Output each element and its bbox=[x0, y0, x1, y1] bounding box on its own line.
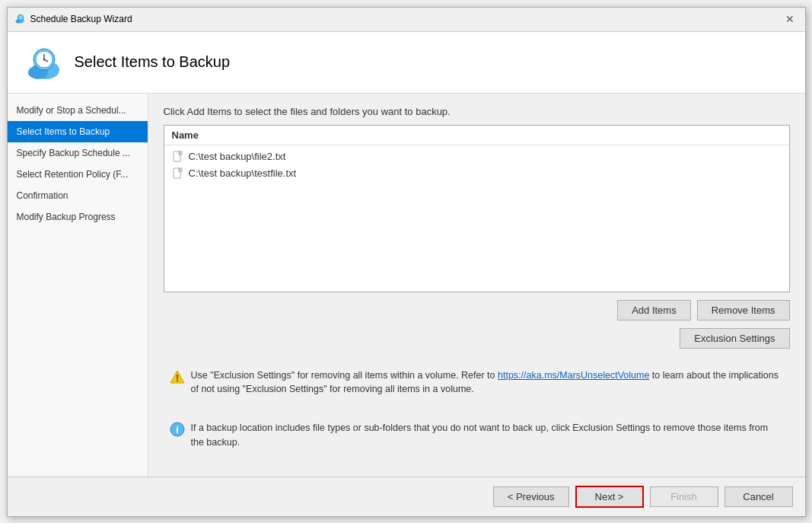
warning-link[interactable]: https://aka.ms/MarsUnselectVolume bbox=[498, 370, 649, 381]
info-icon: i bbox=[170, 422, 185, 437]
exclusion-settings-button[interactable]: Exclusion Settings bbox=[680, 328, 789, 349]
sidebar-item[interactable]: Select Items to Backup bbox=[8, 121, 148, 142]
titlebar-title: Schedule Backup Wizard bbox=[30, 14, 781, 24]
sidebar: Modify or Stop a Schedul...Select Items … bbox=[8, 94, 148, 477]
sidebar-item[interactable]: Select Retention Policy (F... bbox=[8, 164, 148, 185]
warning-text: Use "Exclusion Settings" for removing al… bbox=[191, 368, 784, 397]
close-button[interactable]: ✕ bbox=[781, 10, 799, 28]
file-list-header: Name bbox=[164, 126, 789, 145]
file-row: C:\test backup\file2.txt bbox=[164, 148, 789, 165]
file-icon bbox=[172, 167, 184, 180]
finish-button[interactable]: Finish bbox=[650, 486, 718, 507]
content-area: Modify or Stop a Schedul...Select Items … bbox=[8, 94, 805, 477]
page-title: Select Items to Backup bbox=[75, 53, 231, 71]
file-icon bbox=[172, 151, 184, 163]
sidebar-item[interactable]: Confirmation bbox=[8, 185, 148, 206]
footer: < Previous Next > Finish Cancel bbox=[8, 477, 805, 516]
info-text: If a backup location includes file types… bbox=[191, 421, 784, 450]
exclusion-button-row: Exclusion Settings bbox=[164, 328, 790, 349]
file-list: C:\test backup\file2.txt C:\test backup\… bbox=[164, 145, 789, 185]
svg-text:!: ! bbox=[176, 373, 179, 384]
remove-items-button[interactable]: Remove Items bbox=[697, 300, 790, 320]
action-buttons: Add Items Remove Items bbox=[164, 300, 790, 320]
add-items-button[interactable]: Add Items bbox=[617, 300, 691, 320]
warning-box: ! Use "Exclusion Settings" for removing … bbox=[164, 361, 790, 405]
sidebar-item[interactable]: Modify Backup Progress bbox=[8, 206, 148, 228]
file-row: C:\test backup\testfile.txt bbox=[164, 165, 789, 182]
svg-point-11 bbox=[43, 58, 45, 60]
sidebar-item[interactable]: Modify or Stop a Schedul... bbox=[8, 100, 148, 121]
info-box: i If a backup location includes file typ… bbox=[164, 413, 790, 458]
titlebar-icon bbox=[14, 13, 26, 25]
file-path-1: C:\test backup\file2.txt bbox=[189, 151, 286, 162]
cancel-button[interactable]: Cancel bbox=[724, 486, 793, 507]
sidebar-item[interactable]: Specify Backup Schedule ... bbox=[8, 142, 148, 164]
header: Select Items to Backup bbox=[8, 32, 805, 94]
previous-button[interactable]: < Previous bbox=[493, 486, 569, 507]
instruction-text: Click Add Items to select the files and … bbox=[164, 106, 790, 117]
next-button[interactable]: Next > bbox=[575, 486, 644, 508]
svg-text:i: i bbox=[176, 424, 179, 435]
file-path-2: C:\test backup\testfile.txt bbox=[189, 167, 297, 179]
main-content: Click Add Items to select the files and … bbox=[148, 94, 805, 477]
file-list-container: Name C:\test backup\file2.txt bbox=[164, 125, 790, 292]
titlebar: Schedule Backup Wizard ✕ bbox=[8, 8, 805, 32]
wizard-window: Schedule Backup Wizard ✕ Select Items to… bbox=[7, 7, 806, 517]
warning-icon: ! bbox=[170, 369, 185, 384]
header-icon bbox=[23, 43, 62, 82]
